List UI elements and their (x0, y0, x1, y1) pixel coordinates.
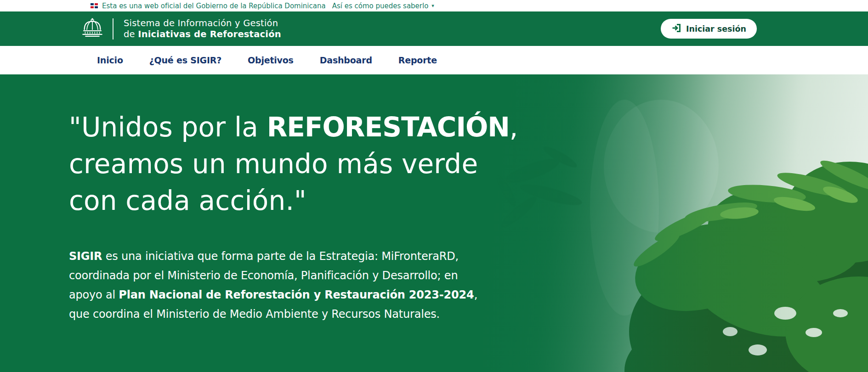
nav-item-objetivos[interactable]: Objetivos (248, 55, 294, 65)
hero-headline-line1-pre: "Unidos por la (69, 112, 267, 143)
hero-paragraph-line1-rest: es una iniciativa que forma parte de la … (102, 250, 459, 263)
hero-paragraph-plan-bold: Plan Nacional de Reforestación y Restaur… (119, 288, 474, 301)
hero-headline-line1: "Unidos por la REFORESTACIÓN, (69, 109, 518, 146)
login-label: Iniciar sesión (686, 24, 746, 34)
hero-section: "Unidos por la REFORESTACIÓN, creamos un… (0, 74, 868, 372)
hero-paragraph-line1: SIGIR es una iniciativa que forma parte … (69, 247, 518, 266)
hero-headline-line1-bold: REFORESTACIÓN (267, 112, 510, 143)
nav-item-dashboard[interactable]: Dashboard (320, 55, 372, 65)
hero-headline-line1-post: , (510, 112, 518, 143)
gov-howto-label: Así es cómo puedes saberlo (332, 2, 429, 10)
hero-paragraph-line3-pre: apoyo al (69, 288, 119, 301)
gov-howto-link[interactable]: Así es cómo puedes saberlo ▾ (332, 2, 434, 10)
hero-paragraph-line3-post: , (474, 288, 477, 301)
hero-paragraph-line4: que coordina el Ministerio de Medio Ambi… (69, 304, 518, 324)
hero-paragraph-line2: coordinada por el Ministerio de Economía… (69, 266, 518, 285)
gov-banner: Esta es una web oficial del Gobierno de … (0, 0, 868, 11)
hero-paragraph-sigir-bold: SIGIR (69, 250, 102, 263)
site-header: Sistema de Información y Gestión de Inic… (0, 11, 868, 46)
hero-headline-line2: creamos un mundo más verde (69, 146, 518, 182)
brand-title-line2-bold: Iniciativas de Reforestación (138, 29, 281, 39)
brand-title-line1: Sistema de Información y Gestión (124, 18, 281, 29)
brand-divider (113, 18, 113, 39)
nav-item-reporte[interactable]: Reporte (398, 55, 437, 65)
nav-item-inicio[interactable]: Inicio (97, 55, 123, 65)
hero-paragraph: SIGIR es una iniciativa que forma parte … (69, 247, 518, 324)
gov-official-text: Esta es una web oficial del Gobierno de … (102, 2, 326, 10)
palace-dome-icon (80, 17, 104, 40)
brand-title: Sistema de Información y Gestión de Inic… (124, 18, 281, 40)
hero-paragraph-line3: apoyo al Plan Nacional de Reforestación … (69, 285, 518, 304)
brand-title-line2-prefix: de (124, 29, 138, 39)
login-button[interactable]: Iniciar sesión (661, 19, 757, 39)
hero-headline: "Unidos por la REFORESTACIÓN, creamos un… (69, 109, 518, 219)
main-nav: Inicio ¿Qué es SIGIR? Objetivos Dashboar… (0, 46, 868, 74)
nav-item-que-es-sigir[interactable]: ¿Qué es SIGIR? (149, 55, 221, 65)
login-arrow-icon (671, 23, 681, 35)
brand-logo[interactable]: Sistema de Información y Gestión de Inic… (80, 17, 281, 40)
hero-headline-line3: con cada acción." (69, 182, 518, 219)
hero-content: "Unidos por la REFORESTACIÓN, creamos un… (69, 109, 518, 324)
brand-title-line2: de Iniciativas de Reforestación (124, 29, 281, 40)
page: Esta es una web oficial del Gobierno de … (0, 0, 868, 372)
caret-down-icon: ▾ (431, 3, 434, 8)
dominican-flag-icon (91, 3, 98, 8)
